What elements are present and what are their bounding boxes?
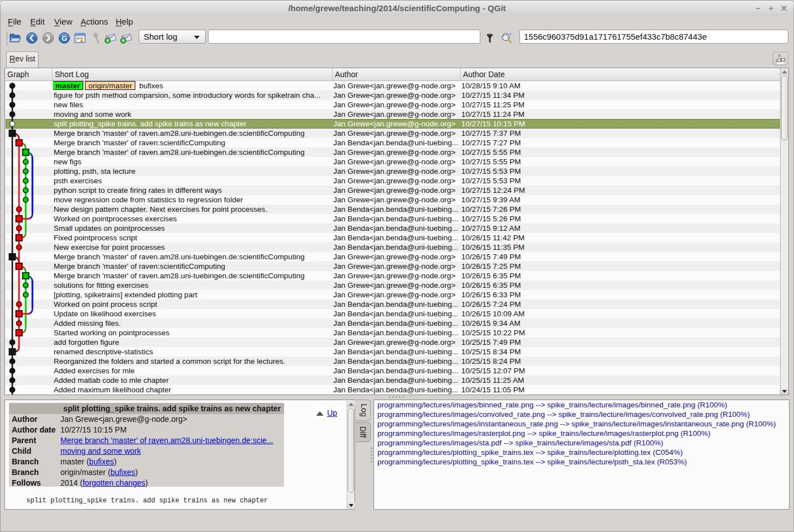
svg-text:G: G bbox=[62, 34, 67, 42]
